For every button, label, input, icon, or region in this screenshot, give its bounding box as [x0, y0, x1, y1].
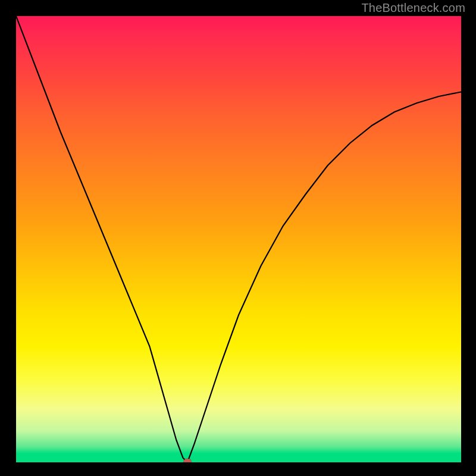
- watermark-text: TheBottleneck.com: [361, 1, 465, 15]
- minimum-marker-dot: [183, 459, 191, 462]
- bottleneck-curve: [16, 16, 461, 462]
- chart-plot-area: [16, 16, 461, 462]
